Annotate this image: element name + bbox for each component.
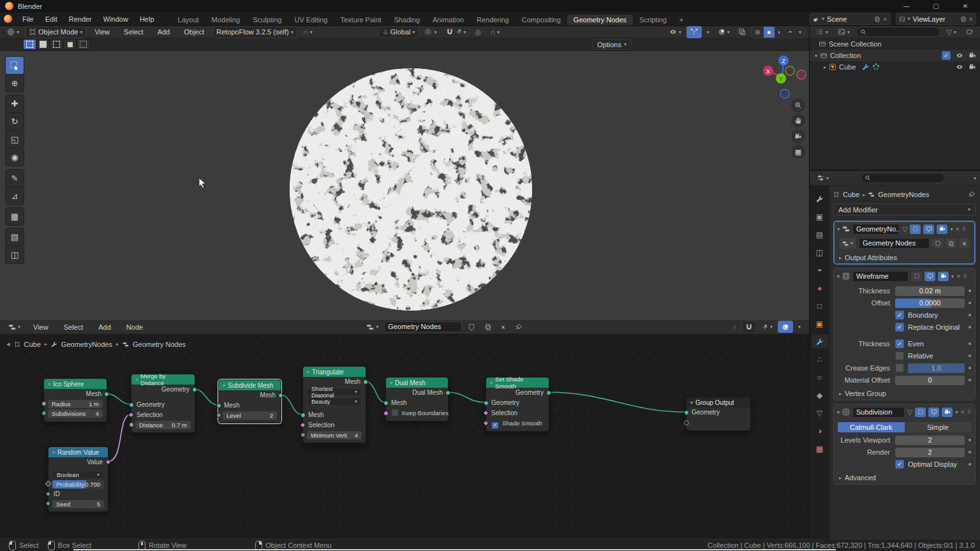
collapse-icon[interactable]: ▾ [223, 383, 225, 388]
extras-dropdown-icon[interactable]: ▾ [955, 409, 958, 415]
gizmo-dropdown[interactable]: ▾ [704, 27, 713, 38]
pan-button[interactable] [791, 114, 805, 128]
output-socket-mesh[interactable] [278, 393, 283, 398]
minimum-vertices-field[interactable]: Minimum Verti4 [307, 431, 362, 439]
workspace-tab-sculpting[interactable]: Sculpting [246, 15, 288, 25]
hide-eye-icon[interactable] [956, 63, 963, 71]
input-socket-virtual[interactable] [684, 420, 689, 425]
expand-icon[interactable]: ▾ [815, 53, 817, 59]
move-tool[interactable]: ✚ [5, 94, 24, 113]
options-dropdown[interactable]: Options ▾ [592, 39, 632, 50]
animate-dot[interactable] [969, 302, 971, 304]
node-overlays-toggle[interactable] [778, 321, 793, 333]
animate-dot[interactable] [969, 451, 971, 453]
unlink-node-group-button[interactable]: × [959, 239, 970, 248]
edit-mode-toggle[interactable] [911, 272, 922, 281]
input-socket-shade-smooth[interactable] [483, 420, 489, 427]
outliner-row-scene-collection[interactable]: Scene Collection [810, 38, 980, 50]
collapse-icon[interactable]: ▾ [690, 400, 693, 406]
shading-material-button[interactable]: ◐ [775, 27, 785, 38]
camera-view-button[interactable] [791, 129, 805, 143]
node-set-shade-smooth[interactable]: ▾Set Shade Smooth Geometry Geometry Sele… [486, 377, 549, 432]
menu-help[interactable]: Help [134, 15, 160, 23]
xray-toggle[interactable] [735, 27, 749, 38]
retopoflow-menu[interactable]: RetopoFlow 3.2.5 (self) ▾ [212, 26, 297, 38]
node-group-output[interactable]: ▾Group Output Geometry [686, 397, 751, 431]
node-group-name-field[interactable]: Geometry Nodes [859, 238, 930, 249]
node-menu-node[interactable]: Node [121, 323, 149, 331]
collapse-icon[interactable]: ▾ [390, 380, 392, 386]
output-socket-mesh[interactable] [104, 392, 109, 397]
scale-tool[interactable]: ◱ [5, 130, 24, 149]
tab-constraints[interactable]: ◆ [812, 388, 828, 402]
minimize-button[interactable]: — [892, 0, 921, 12]
tab-world[interactable]: ● [812, 281, 828, 295]
shading-solid-button[interactable]: ● [764, 27, 775, 38]
animate-dot[interactable] [969, 326, 971, 328]
collapse-icon[interactable]: ▾ [837, 274, 840, 279]
input-socket-mesh[interactable] [383, 400, 389, 406]
workspace-tab-geometry-nodes[interactable]: Geometry Nodes [567, 15, 633, 25]
funnel-icon[interactable]: ▽ [907, 408, 912, 416]
modifier-name-field[interactable]: Subdivision [852, 407, 905, 418]
input-socket-mesh[interactable] [301, 413, 306, 418]
tab-render[interactable]: ▣ [812, 210, 828, 223]
mode-selector[interactable]: Object Mode ▾ [25, 26, 86, 38]
3d-viewport[interactable]: ⊕ ✚ ↻ ◱ ◉ ✎ ⊿ ▦ ▤ ◫ Z X Y ▦ [0, 51, 809, 320]
tab-modifiers[interactable] [812, 335, 828, 348]
input-socket-seed[interactable] [45, 501, 52, 507]
tab-object-data[interactable]: ▽ [812, 406, 828, 420]
extras-dropdown-icon[interactable]: ▾ [951, 274, 954, 279]
render-toggle[interactable] [942, 408, 953, 417]
tab-scene[interactable]: ◓ [812, 263, 828, 277]
thickness-field[interactable]: 0.02 m [895, 286, 965, 296]
animate-dot[interactable] [969, 463, 971, 466]
render-toggle[interactable] [938, 272, 949, 281]
input-socket-subdivisions[interactable] [41, 411, 47, 416]
output-socket-geometry[interactable] [192, 387, 197, 392]
boundary-checkbox[interactable]: ✓ [895, 311, 904, 320]
tab-particles[interactable]: ∴ [812, 353, 828, 366]
render-levels-field[interactable]: 2 [895, 448, 965, 457]
level-field[interactable]: Level2 [223, 411, 277, 420]
output-socket-mesh[interactable] [363, 379, 368, 385]
animate-dot[interactable] [969, 355, 971, 357]
viewport-menu-add[interactable]: Add [152, 28, 176, 36]
even-checkbox[interactable]: ✓ [895, 339, 904, 348]
workspace-tab-texture-paint[interactable]: Texture Paint [334, 15, 387, 25]
node-menu-add[interactable]: Add [93, 323, 117, 331]
shading-dropdown[interactable]: ▾ [796, 27, 805, 38]
back-icon[interactable]: ◂ [6, 340, 10, 348]
tree-type-selector[interactable]: ▾ [363, 321, 382, 332]
node-tree-name-field[interactable]: Geometry Nodes [384, 321, 462, 332]
modifier-name-field[interactable]: Wireframe [852, 271, 909, 282]
relative-checkbox[interactable] [895, 351, 904, 360]
drag-handle-icon[interactable]: ⠿ [963, 274, 967, 279]
tab-object[interactable]: ▣ [812, 317, 828, 330]
copy-icon[interactable] [874, 16, 880, 22]
workspace-tab-compositing[interactable]: Compositing [516, 15, 567, 25]
levels-viewport-field[interactable]: 2 [895, 436, 965, 445]
subdivisions-field[interactable]: Subdivisions4 [48, 409, 103, 418]
add-cube-tool[interactable]: ▦ [5, 207, 24, 226]
input-socket-mesh[interactable] [216, 403, 221, 408]
menu-edit[interactable]: Edit [40, 15, 63, 23]
add-modifier-dropdown[interactable]: Add Modifier ▾ [833, 203, 976, 216]
properties-search-input[interactable] [861, 173, 945, 183]
workspace-tab-shading[interactable]: Shading [388, 15, 426, 25]
viewport-menu-view[interactable]: View [89, 28, 115, 36]
collapse-icon[interactable]: ▾ [48, 381, 50, 387]
crease-weight-slider[interactable]: 1.0 [908, 364, 965, 373]
view-layer-selector[interactable]: ▾ ViewLayer × [896, 13, 976, 25]
fake-user-button[interactable] [932, 239, 943, 248]
measure-tool[interactable]: ⊿ [5, 187, 24, 205]
node-random-value[interactable]: ▾Random Value Value Boolean▾ Probability… [48, 446, 108, 512]
close-button[interactable]: ✕ [951, 0, 980, 12]
node-merge-by-distance[interactable]: ▾Merge by Distance Geometry Geometry Sel… [131, 374, 195, 433]
breadcrumb-node-tree[interactable]: Geometry Nodes [133, 341, 186, 348]
radius-field[interactable]: Radius1 m [48, 400, 103, 408]
tab-view-layer[interactable]: ◫ [812, 246, 828, 259]
copy-node-tree-button[interactable] [481, 321, 495, 332]
offset-slider[interactable]: 0.0000 [895, 298, 965, 308]
workspace-tab-scripting[interactable]: Scripting [633, 15, 673, 25]
